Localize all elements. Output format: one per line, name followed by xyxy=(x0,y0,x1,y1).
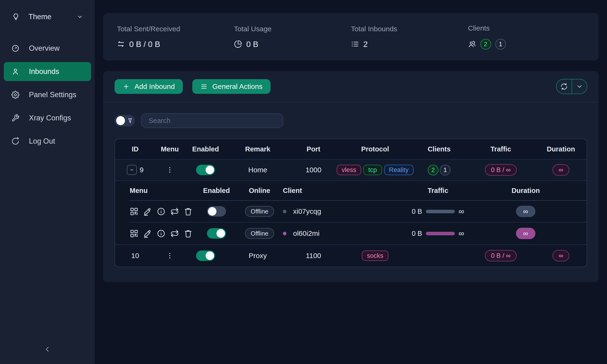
qr-code-icon[interactable] xyxy=(130,229,138,238)
col-menu: Menu xyxy=(155,145,184,153)
chevron-down-icon xyxy=(576,83,583,90)
info-icon[interactable] xyxy=(157,207,166,216)
client-row: Offline ol60i2mi 0 B ∞ ∞ xyxy=(130,222,587,244)
edit-icon[interactable] xyxy=(143,229,152,238)
stat-value: 0 B / 0 B xyxy=(129,39,160,49)
sidebar-item-overview[interactable]: Overview xyxy=(4,39,91,58)
filter-toggle[interactable] xyxy=(115,115,135,126)
client-status-dot xyxy=(283,232,286,235)
sidebar-item-panel-settings[interactable]: Panel Settings xyxy=(4,85,91,104)
sidebar-collapse-button[interactable] xyxy=(41,343,54,356)
general-actions-button[interactable]: General Actions xyxy=(192,79,271,94)
toggle-knob xyxy=(208,207,216,216)
traffic-cap: ∞ xyxy=(459,207,464,216)
protocol-tag: socks xyxy=(362,250,388,261)
protocol-tag: vless xyxy=(337,165,361,175)
traffic-used: 0 B xyxy=(412,230,422,237)
duration-badge: ∞ xyxy=(553,250,569,261)
stat-label: Total Sent/Received xyxy=(117,25,234,33)
inbound-enabled-toggle[interactable] xyxy=(196,250,215,261)
inbound-enabled-toggle[interactable] xyxy=(196,165,215,175)
online-status-badge: Offline xyxy=(245,206,274,217)
sidebar-item-label: Xray Configs xyxy=(29,114,71,122)
theme-label: Theme xyxy=(28,13,68,21)
sidebar-item-xray-configs[interactable]: Xray Configs xyxy=(4,108,91,128)
toggle-knob xyxy=(116,116,125,125)
inbound-remark: Home xyxy=(227,166,289,174)
refresh-options-button[interactable] xyxy=(572,79,587,94)
client-duration-badge: ∞ xyxy=(516,206,535,217)
traffic-progress-bar xyxy=(426,232,455,235)
inbound-port: 1100 xyxy=(289,252,338,260)
subcol-traffic: Traffic xyxy=(394,187,482,195)
clients-count-badge: 2 xyxy=(428,165,438,175)
filter-icon xyxy=(127,117,133,124)
toggle-knob xyxy=(206,166,214,174)
inbound-remark: Proxy xyxy=(227,252,289,260)
delete-icon[interactable] xyxy=(184,229,193,238)
clients-count-badge: 1 xyxy=(440,165,450,175)
logout-icon xyxy=(11,137,19,145)
row-menu-button[interactable] xyxy=(165,165,175,175)
inbounds-table: ID Menu Enabled Remark Port Protocol Cli… xyxy=(115,139,587,267)
delete-icon[interactable] xyxy=(184,207,193,216)
toggle-knob xyxy=(206,251,214,260)
stat-label: Total Inbounds xyxy=(351,25,468,33)
search-input[interactable] xyxy=(141,113,283,128)
pie-chart-icon xyxy=(234,40,242,48)
toggle-knob xyxy=(216,229,225,238)
row-menu-button[interactable] xyxy=(165,250,175,261)
inbound-id: 9 xyxy=(140,166,144,174)
protocol-tag: tcp xyxy=(363,165,382,175)
table-row: 9 Home 1000 vless tcp Reality xyxy=(115,159,587,180)
stat-clients: Clients 2 1 xyxy=(468,24,585,50)
sidebar-item-logout[interactable]: Log Out xyxy=(4,132,91,151)
col-duration: Duration xyxy=(535,145,587,153)
stat-value: 2 xyxy=(363,39,368,49)
edit-icon[interactable] xyxy=(143,207,152,216)
sidebar-item-label: Log Out xyxy=(29,137,55,145)
col-id: ID xyxy=(115,145,155,153)
subcol-enabled: Enabled xyxy=(193,187,240,195)
table-row: 10 Proxy 1100 socks 0 B / ∞ xyxy=(115,244,587,267)
col-remark: Remark xyxy=(227,145,289,153)
traffic-used: 0 B xyxy=(412,208,422,215)
add-inbound-button[interactable]: Add Inbound xyxy=(115,79,183,94)
stats-card: Total Sent/Received 0 B / 0 B Total Usag… xyxy=(103,13,599,60)
sidebar-item-label: Inbounds xyxy=(29,67,59,76)
plus-icon xyxy=(123,83,130,90)
col-traffic: Traffic xyxy=(466,145,535,153)
subcol-menu: Menu xyxy=(130,187,193,195)
traffic-cap: ∞ xyxy=(459,229,464,238)
inbound-port: 1000 xyxy=(289,166,338,174)
bulb-icon xyxy=(12,13,20,21)
subtable-header: Menu Enabled Online Client Traffic Durat… xyxy=(130,181,587,201)
user-icon xyxy=(11,67,19,76)
clients-subtable: Menu Enabled Online Client Traffic Durat… xyxy=(115,180,587,244)
clients-deactive-badge: 1 xyxy=(495,39,506,50)
stat-total-sent-received: Total Sent/Received 0 B / 0 B xyxy=(117,25,234,49)
collapse-row-button[interactable] xyxy=(127,165,137,175)
subcol-client: Client xyxy=(279,187,394,195)
client-enabled-toggle[interactable] xyxy=(207,228,226,239)
info-icon[interactable] xyxy=(157,229,166,238)
stat-total-inbounds: Total Inbounds 2 xyxy=(351,25,468,49)
qr-code-icon[interactable] xyxy=(130,207,138,216)
duration-badge: ∞ xyxy=(553,164,569,176)
col-clients: Clients xyxy=(412,145,466,153)
client-row: Offline xi07ycqg 0 B ∞ ∞ xyxy=(130,201,587,222)
traffic-badge: 0 B / ∞ xyxy=(485,250,517,261)
col-protocol: Protocol xyxy=(338,145,412,153)
gauge-icon xyxy=(11,44,19,52)
subcol-duration: Duration xyxy=(482,187,569,195)
refresh-button[interactable] xyxy=(556,79,572,94)
client-status-dot xyxy=(283,210,286,213)
client-name: ol60i2mi xyxy=(293,229,320,237)
sidebar-item-inbounds[interactable]: Inbounds xyxy=(4,62,91,81)
theme-selector[interactable]: Theme xyxy=(7,9,88,25)
clients-icon xyxy=(468,40,476,48)
chevron-down-icon xyxy=(77,14,83,20)
reset-traffic-icon[interactable] xyxy=(170,207,179,216)
reset-traffic-icon[interactable] xyxy=(170,229,179,238)
client-enabled-toggle[interactable] xyxy=(207,206,226,217)
